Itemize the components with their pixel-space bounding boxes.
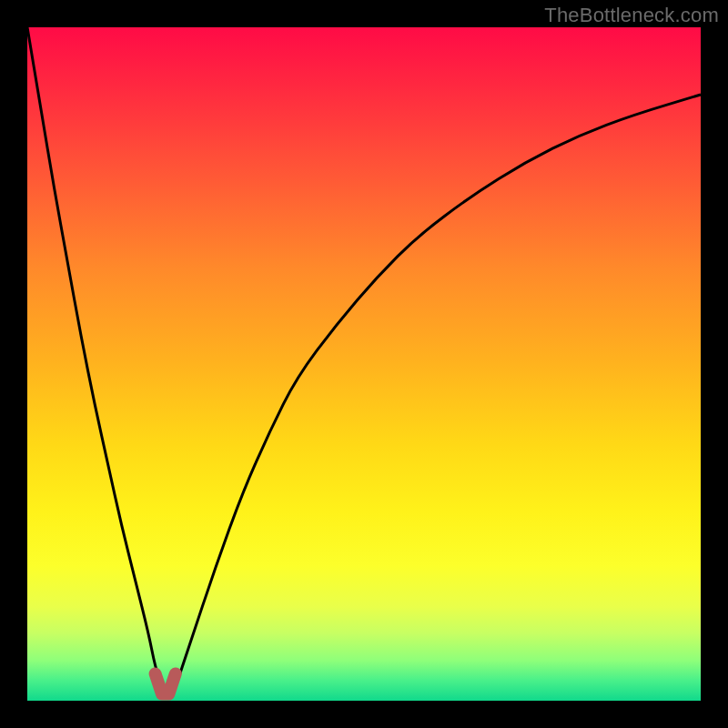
plot-area: [27, 27, 701, 701]
curve-left-branch: [27, 27, 162, 687]
chart-frame: TheBottleneck.com: [0, 0, 728, 728]
watermark-text: TheBottleneck.com: [544, 4, 719, 27]
curve-right-branch: [176, 95, 701, 687]
bottom-marker: [156, 673, 176, 693]
curve-layer: [27, 27, 701, 701]
